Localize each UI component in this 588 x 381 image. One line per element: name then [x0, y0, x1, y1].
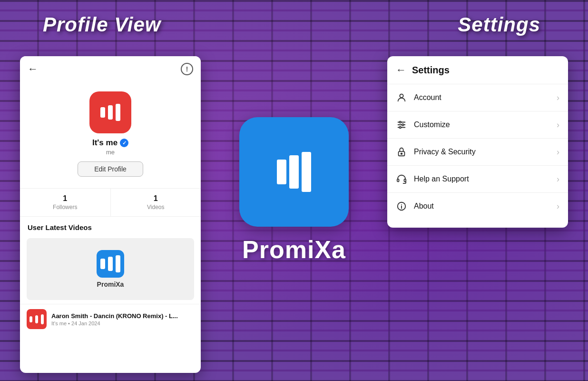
- svg-rect-9: [397, 179, 399, 182]
- big-bar-1: [277, 160, 286, 184]
- back-button[interactable]: ←: [28, 64, 38, 74]
- svg-point-8: [401, 153, 402, 154]
- video-meta: It's me • 24 Jan 2024: [51, 321, 194, 326]
- followers-count: 1: [20, 194, 110, 203]
- promixa-bars-small: [100, 255, 120, 272]
- promixa-text-small: PromiXa: [97, 281, 124, 288]
- center-logo: PromiXa: [239, 117, 349, 264]
- help-chevron: ›: [557, 174, 559, 184]
- svg-point-6: [399, 127, 401, 129]
- promixa-big-bars: [277, 152, 311, 192]
- videos-stat: 1 Videos: [110, 189, 201, 216]
- info-circle-icon: [396, 201, 407, 212]
- svg-rect-10: [404, 179, 406, 182]
- profile-name: It's me ✓: [92, 138, 128, 148]
- help-label: Help an Support: [414, 175, 550, 183]
- profile-handle: me: [106, 149, 115, 156]
- settings-item-about[interactable]: About ›: [387, 193, 568, 220]
- video-thumbnail[interactable]: PromiXa: [27, 238, 194, 300]
- svg-point-4: [399, 121, 401, 123]
- bar-3: [116, 104, 120, 121]
- privacy-chevron: ›: [557, 147, 559, 157]
- video-thumb-mini: [27, 309, 47, 329]
- sliders-icon: [396, 119, 407, 130]
- settings-panel: ← Settings Account › Customize ›: [387, 56, 568, 228]
- video-title: Aaron Smith - Dancin (KRONO Remix) - L..…: [51, 312, 194, 320]
- avatar-bars-icon: [100, 104, 120, 121]
- customize-chevron: ›: [557, 120, 559, 130]
- promixa-logo-big: [239, 117, 349, 227]
- svg-point-0: [400, 94, 403, 98]
- videos-count: 1: [111, 194, 201, 203]
- bar-m3: [41, 314, 44, 324]
- about-chevron: ›: [557, 201, 559, 211]
- bar-s2: [108, 257, 113, 271]
- followers-label: Followers: [20, 204, 110, 211]
- settings-title: Settings: [412, 65, 450, 76]
- settings-item-privacy[interactable]: Privacy & Security ›: [387, 139, 568, 166]
- bar-s3: [116, 255, 120, 272]
- settings-item-account[interactable]: Account ›: [387, 84, 568, 111]
- mini-bars-icon: [29, 314, 44, 324]
- settings-title-header: Settings: [458, 13, 540, 36]
- person-icon: [396, 92, 407, 103]
- promixa-brand-name: PromiXa: [242, 235, 346, 264]
- customize-label: Customize: [414, 120, 550, 129]
- profile-view-title: Profile View: [43, 13, 161, 36]
- bar-s1: [100, 259, 105, 269]
- privacy-label: Privacy & Security: [414, 148, 550, 156]
- big-bar-3: [302, 152, 311, 192]
- promixa-logo-small: [97, 250, 124, 278]
- svg-point-13: [402, 204, 402, 205]
- bar-m1: [29, 316, 32, 322]
- headset-icon: [396, 173, 407, 185]
- profile-panel: ← ! It's me ✓ me Edit Profile 1 Follower…: [20, 56, 201, 373]
- info-button[interactable]: !: [181, 63, 193, 75]
- settings-item-help[interactable]: Help an Support ›: [387, 166, 568, 193]
- account-chevron: ›: [557, 93, 559, 103]
- stats-row: 1 Followers 1 Videos: [20, 188, 201, 217]
- svg-point-5: [402, 124, 404, 126]
- bar-2: [108, 105, 113, 120]
- verified-badge: ✓: [120, 139, 128, 147]
- bar-1: [100, 107, 105, 118]
- videos-label: Videos: [111, 204, 201, 211]
- big-bar-2: [289, 155, 299, 189]
- settings-back-button[interactable]: ←: [396, 64, 406, 76]
- video-list-item[interactable]: Aaron Smith - Dancin (KRONO Remix) - L..…: [20, 304, 201, 334]
- profile-avatar-section: It's me ✓ me Edit Profile: [20, 82, 201, 181]
- settings-item-customize[interactable]: Customize ›: [387, 111, 568, 139]
- account-label: Account: [414, 93, 550, 102]
- edit-profile-button[interactable]: Edit Profile: [78, 161, 143, 177]
- profile-panel-header: ← !: [20, 56, 201, 82]
- bar-m2: [35, 315, 38, 323]
- followers-stat: 1 Followers: [20, 189, 110, 216]
- video-info: Aaron Smith - Dancin (KRONO Remix) - L..…: [51, 312, 194, 326]
- about-label: About: [414, 202, 550, 211]
- latest-videos-title: User Latest Videos: [20, 217, 201, 234]
- settings-header: ← Settings: [387, 56, 568, 84]
- lock-icon: [396, 146, 407, 158]
- avatar: [89, 91, 131, 133]
